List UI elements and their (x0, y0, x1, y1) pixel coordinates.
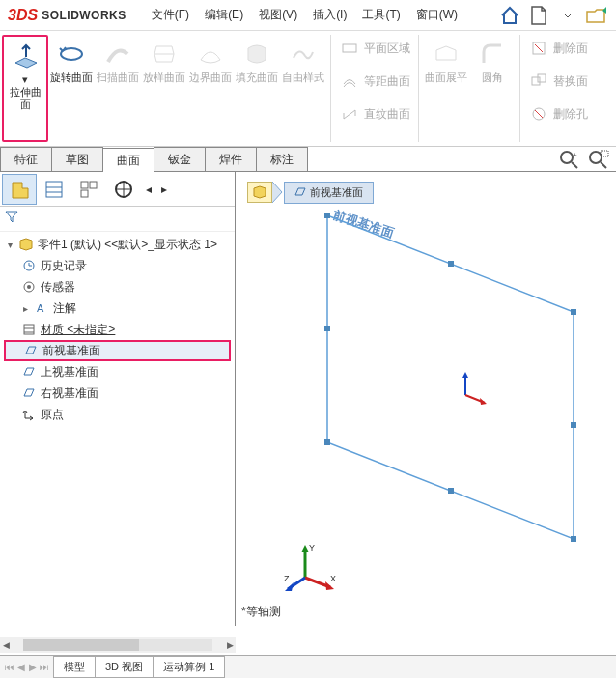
breadcrumb-part-icon[interactable] (247, 182, 272, 203)
scrollbar-thumb[interactable] (23, 639, 139, 651)
tree-root-part[interactable]: ▾ 零件1 (默认) <<默认>_显示状态 1> (4, 234, 231, 255)
app-title: SOLIDWORKS (42, 9, 126, 22)
title-bar: 3DS SOLIDWORKS 文件(F) 编辑(E) 视图(V) 插入(I) 工… (0, 0, 616, 31)
menu-tools[interactable]: 工具(T) (356, 3, 406, 27)
svg-text:A: A (37, 302, 44, 314)
breadcrumb-plane[interactable]: 前视基准面 (284, 182, 374, 204)
tree-history[interactable]: 历史记录 (4, 255, 231, 276)
tree-sensors[interactable]: 传感器 (4, 276, 231, 298)
delete-hole-button[interactable]: 删除孔 (524, 99, 592, 129)
view-triad-icon[interactable]: Y X Z (284, 539, 342, 597)
ribbon-group-faces: 删除面 替换面 删除孔 (522, 31, 594, 146)
zoom-area-icon[interactable] (587, 149, 610, 169)
nav-last-icon[interactable]: ⏭ (39, 662, 50, 672)
expand-icon[interactable]: ▸ (21, 303, 30, 314)
new-document-icon[interactable] (527, 4, 550, 27)
freeform-icon (288, 39, 319, 70)
fill-surface-button[interactable]: 填充曲面 (234, 35, 280, 142)
configuration-manager-tab-icon[interactable] (71, 174, 106, 205)
bottom-tab-model[interactable]: 模型 (53, 656, 96, 678)
ribbon-group-surfaces: ▾ 拉伸曲面 旋转曲面 扫描曲面 放样曲面 边界曲面 填充曲面 自由样式 (0, 31, 328, 146)
sidebar-scrollbar[interactable]: ◀ ▶ (0, 638, 236, 653)
orientation-label: *等轴测 (241, 604, 281, 620)
nav-prev-icon[interactable]: ◀ (15, 662, 27, 672)
tree-top-plane[interactable]: 上视基准面 (4, 361, 231, 382)
ruled-surface-button[interactable]: 直纹曲面 (335, 99, 414, 129)
freeform-button[interactable]: 自由样式 (280, 35, 326, 142)
svg-line-9 (572, 162, 577, 168)
loft-surface-icon (149, 39, 180, 70)
fillet-button[interactable]: 圆角 (469, 35, 516, 142)
home-icon[interactable] (498, 4, 521, 27)
replace-face-button[interactable]: 替换面 (524, 66, 592, 97)
scroll-right-icon[interactable]: ▶ (224, 640, 236, 650)
graphics-viewport[interactable]: 前视基准面 前视基准面 Y X Z *等轴测 (236, 172, 616, 626)
feature-tabs: 特征 草图 曲面 钣金 焊件 标注 + (0, 147, 616, 172)
ribbon-separator (330, 35, 331, 142)
plane-icon (23, 343, 39, 358)
panel-nav-right-icon[interactable]: ▸ (156, 174, 172, 205)
extrude-dropdown-icon: ▾ (22, 73, 28, 86)
svg-rect-38 (324, 326, 330, 331)
boundary-surface-icon (195, 39, 226, 70)
menu-window[interactable]: 窗口(W) (410, 3, 463, 27)
nav-next-icon[interactable]: ▶ (27, 662, 39, 672)
svg-text:X: X (330, 574, 336, 583)
tab-surfaces[interactable]: 曲面 (102, 148, 154, 172)
tab-features[interactable]: 特征 (0, 147, 52, 171)
zoom-to-fit-icon[interactable]: + (558, 149, 581, 169)
logo-mark-icon: 3DS (8, 7, 38, 24)
bottom-tab-motion[interactable]: 运动算例 1 (153, 656, 225, 678)
extrude-surface-button[interactable]: ▾ 拉伸曲面 (2, 35, 48, 142)
origin-icon (21, 407, 37, 422)
delete-face-button[interactable]: 删除面 (524, 33, 592, 64)
property-manager-tab-icon[interactable] (37, 174, 71, 205)
tree-material[interactable]: 材质 <未指定> (4, 319, 231, 340)
sweep-surface-button[interactable]: 扫描曲面 (95, 35, 141, 142)
boundary-surface-button[interactable]: 边界曲面 (187, 35, 234, 142)
filter-icon[interactable] (4, 213, 19, 227)
delete-hole-icon (528, 103, 549, 125)
svg-line-3 (535, 44, 543, 52)
menu-file[interactable]: 文件(F) (146, 3, 195, 27)
bottom-tab-3dview[interactable]: 3D 视图 (95, 656, 154, 678)
offset-surface-button[interactable]: 等距曲面 (335, 66, 414, 97)
chevron-down-icon[interactable] (556, 4, 579, 27)
menu-insert[interactable]: 插入(I) (307, 3, 352, 27)
svg-rect-36 (571, 422, 576, 428)
tree-right-plane[interactable]: 右视基准面 (4, 382, 231, 404)
ribbon-separator (418, 35, 419, 142)
flatten-surface-icon (431, 39, 462, 70)
ribbon: ▾ 拉伸曲面 旋转曲面 扫描曲面 放样曲面 边界曲面 填充曲面 自由样式 平 (0, 31, 616, 147)
svg-point-8 (561, 152, 573, 163)
loft-surface-button[interactable]: 放样曲面 (141, 35, 187, 142)
open-icon[interactable] (585, 4, 608, 27)
menu-edit[interactable]: 编辑(E) (199, 3, 249, 27)
feature-tree: ▾ 零件1 (默认) <<默认>_显示状态 1> 历史记录 传感器 ▸ A 注解… (0, 232, 235, 626)
offset-surface-icon (339, 71, 360, 92)
tree-front-plane[interactable]: 前视基准面 (4, 340, 231, 361)
fill-surface-icon (241, 39, 272, 70)
menu-view[interactable]: 视图(V) (253, 3, 303, 27)
scroll-left-icon[interactable]: ◀ (0, 640, 12, 650)
svg-rect-4 (532, 77, 540, 85)
planar-region-button[interactable]: 平面区域 (335, 33, 414, 64)
tab-annotate[interactable]: 标注 (256, 147, 308, 171)
tab-sketch[interactable]: 草图 (51, 147, 103, 171)
revolve-surface-button[interactable]: 旋转曲面 (48, 35, 95, 142)
nav-first-icon[interactable]: ⏮ (4, 662, 15, 672)
panel-nav-left-icon[interactable]: ◂ (141, 174, 156, 205)
tree-annotations[interactable]: ▸ A 注解 (4, 298, 231, 319)
tree-origin[interactable]: 原点 (4, 404, 231, 425)
flatten-surface-button[interactable]: 曲面展平 (423, 35, 469, 142)
content-area: ◂ ▸ ▾ 零件1 (默认) <<默认>_显示状态 1> 历史记录 传感器 ▸ … (0, 172, 616, 626)
tab-sheetmetal[interactable]: 钣金 (154, 147, 206, 171)
svg-rect-37 (448, 488, 454, 494)
plane-icon (21, 385, 37, 401)
feature-tree-tab-icon[interactable] (2, 174, 37, 205)
selection-breadcrumb: 前视基准面 (247, 182, 374, 203)
feature-manager-toolbar: ◂ ▸ (0, 172, 235, 207)
tab-weldments[interactable]: 焊件 (205, 147, 257, 171)
collapse-icon[interactable]: ▾ (6, 240, 14, 250)
dimxpert-tab-icon[interactable] (106, 174, 141, 205)
